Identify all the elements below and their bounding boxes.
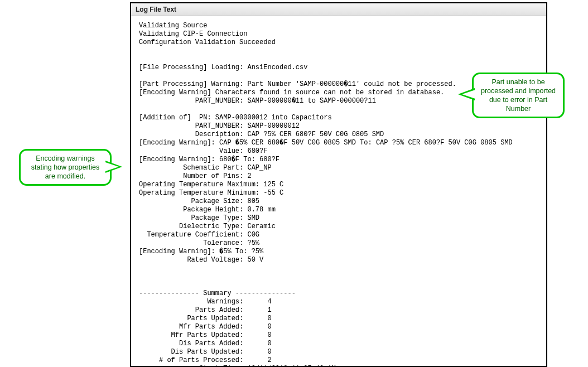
log-line: [Addition of] PN: SAMP-00000012 into Cap…	[139, 114, 332, 122]
log-line: PART_NUMBER: SAMP-000000�11 to SAMP-0000…	[139, 97, 376, 105]
log-line: Value: 680?F	[139, 147, 267, 155]
log-line: Mfr Parts Added: 0	[139, 323, 272, 331]
log-line: Schematic Part: CAP_NP	[139, 164, 272, 172]
callout-tail-icon	[462, 90, 475, 99]
log-line: Operating Temperature Maximum: 125 C	[139, 181, 283, 189]
log-line: Mfr Parts Updated: 0	[139, 331, 272, 339]
callout-tail-icon	[105, 162, 119, 171]
log-panel: Log File Text Validating Source Validati…	[130, 2, 547, 367]
log-line: Warnings: 4	[139, 298, 272, 306]
log-line: [Encoding Warning]: �5% To: ?5%	[139, 248, 263, 255]
log-line: Package Size: 805	[139, 197, 259, 205]
log-line: Dielectric Type: Ceramic	[139, 223, 276, 230]
log-line: [Encoding Warning] Characters found in s…	[139, 89, 444, 96]
log-line: Tolerance: ?5%	[139, 239, 259, 247]
log-line: [Encoding Warning]: 680�F To: 680?F	[139, 156, 279, 163]
log-line: Validating CIP-E Connection	[139, 30, 247, 38]
log-line: --------------- Summary ---------------	[139, 289, 296, 297]
log-line: Description: CAP ?5% CER 680?F 50V C0G 0…	[139, 131, 384, 138]
log-line: Validating Source	[139, 22, 207, 30]
log-line: Number of Pins: 2	[139, 172, 252, 180]
log-line: Operating Temperature Minimum: -55 C	[139, 189, 283, 197]
callout-part-error: Part unable to be processed and imported…	[472, 73, 565, 118]
log-line: Package Height: 0.78 mm	[139, 206, 276, 214]
log-line: Dis Parts Added: 0	[139, 340, 272, 347]
log-line: Start Time: 12/11/2018 11:07:42 AM	[139, 365, 336, 367]
log-line: Rated Voltage: 50 V	[139, 256, 263, 264]
log-line: [Encoding Warning]: CAP �5% CER 680�F 50…	[139, 139, 513, 147]
log-line: PART_NUMBER: SAMP-00000012	[139, 122, 300, 130]
log-line: [File Processing] Loading: AnsiEncoded.c…	[139, 64, 307, 71]
log-line: Package Type: SMD	[139, 214, 259, 222]
log-panel-title: Log File Text	[131, 3, 546, 16]
log-line: Parts Updated: 0	[139, 315, 272, 322]
callout-encoding-warnings: Encoding warnings stating how properties…	[19, 149, 112, 186]
log-line: Temperature Coefficient: C0G	[139, 231, 259, 239]
log-text: Validating Source Validating CIP-E Conne…	[131, 16, 546, 367]
log-line: Configuration Validation Succeeded	[139, 38, 276, 46]
log-line: Dis Parts Updated: 0	[139, 348, 272, 356]
log-line: [Part Processing] Warning: Part Number '…	[139, 80, 456, 88]
log-line: # of Parts Processed: 2	[139, 356, 272, 364]
log-line: Parts Added: 1	[139, 306, 272, 314]
